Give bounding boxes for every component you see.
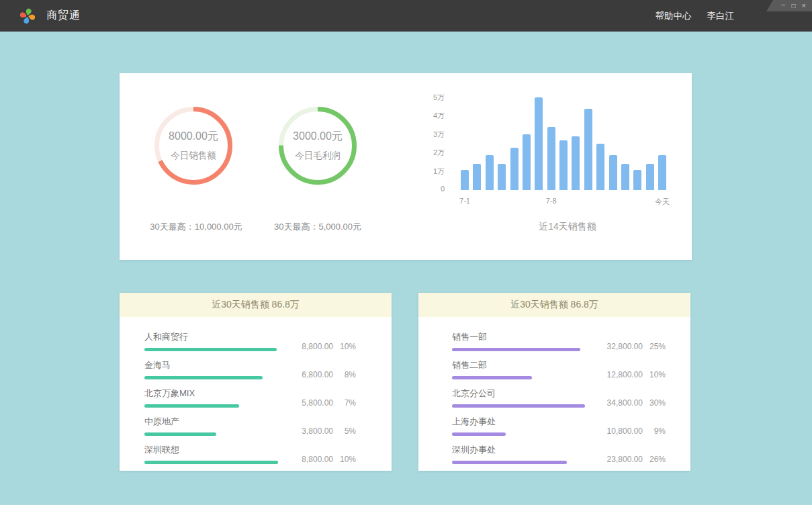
chart-bar [486,155,494,190]
rank-row-label: 销售一部 [452,331,580,343]
rank-row-percent: 25% [643,342,666,351]
chart-bar [498,164,506,190]
overview-card: 8000.00元 今日销售额 30天最高：10,000.00元 3000.00元… [120,73,692,260]
rank-row-bar [144,461,278,464]
rank-row: 深圳联想8,800.0010% [144,444,356,464]
rank-row-bar [452,348,580,351]
today-sales-label: 今日销售额 [171,150,216,162]
pinwheel-logo-icon [19,7,36,25]
chart-caption: 近14天销售额 [467,221,668,233]
rank-row: 金海马6,800.008% [144,359,356,379]
department-sales-rank-card: 近30天销售额 86.8万 销售一部32,800.0025%销售二部12,800… [418,293,690,471]
rank-row-percent: 26% [643,455,666,464]
x-tick-label: 今天 [647,197,677,207]
title-bar: 商贸通 帮助中心 李白江 − □ × [0,0,812,32]
chart-bar [461,170,469,190]
chart-bar [547,127,555,190]
rank-row-label: 深圳联想 [144,444,278,456]
rank-card-title: 近30天销售额 86.8万 [120,293,392,317]
rank-row-amount: 32,800.00 [589,342,643,351]
rank-row-amount: 34,800.00 [589,398,643,408]
y-tick-label: 1万 [423,167,445,177]
top-nav: 帮助中心 李白江 [656,0,735,32]
window-controls: − □ × [766,0,812,11]
rank-row-bar [144,376,263,379]
rank-row: 北京万象MIX5,800.007% [144,387,356,408]
rank-row-bar [144,404,239,408]
rank-row-amount: 8,800.00 [279,342,333,351]
sales-30day-max: 30天最高：10,000.00元 [128,221,265,233]
close-icon[interactable]: × [802,2,806,9]
rank-row: 中原地产3,800.005% [144,416,356,436]
chart-bar [621,164,629,190]
today-sales-value: 8000.00元 [169,130,218,144]
rank-row-label: 北京分公司 [452,387,585,400]
rank-row-bar [452,376,532,379]
rank-row-bar [452,461,567,464]
chart-bar [572,136,580,190]
rank-row: 人和商贸行8,800.0010% [144,331,356,351]
rank-row-amount: 8,800.00 [279,455,333,464]
rank-row-percent: 10% [333,342,356,351]
user-menu[interactable]: 李白江 [707,10,735,22]
rank-row-label: 销售二部 [452,359,532,371]
rank-row-bar [144,348,277,351]
today-sales-donut: 8000.00元 今日销售额 [154,107,232,185]
y-tick-label: 3万 [423,130,445,140]
chart-bar [510,148,518,190]
rank-row-percent: 10% [333,455,356,464]
rank-row-amount: 12,800.00 [589,370,643,379]
rank-row-amount: 5,800.00 [279,398,333,408]
x-tick-label: 7-8 [537,197,566,205]
chart-bar [535,97,543,190]
rank-row-percent: 8% [333,370,356,379]
rank-card-rows: 人和商贸行8,800.0010%金海马6,800.008%北京万象MIX5,80… [120,317,392,464]
rank-row-bar [452,404,585,408]
x-tick-label: 7-1 [450,197,480,205]
profit-30day-max: 30天最高：5,000.00元 [251,221,385,233]
rank-row-label: 深圳办事处 [452,444,567,456]
y-tick-label: 2万 [423,148,445,158]
app-title: 商贸通 [46,9,81,23]
help-center-link[interactable]: 帮助中心 [656,10,692,22]
chart-bar [523,134,531,190]
chart-bar [596,144,604,190]
rank-card-title: 近30天销售额 86.8万 [418,293,690,317]
rank-row-label: 中原地产 [144,416,216,428]
rank-row-bar [452,432,506,436]
today-profit-label: 今日毛利润 [295,150,341,162]
rank-row-percent: 7% [333,398,356,408]
chart-bar [646,164,654,190]
today-profit-value: 3000.00元 [293,130,343,144]
rank-row-label: 北京万象MIX [144,387,239,400]
rank-row-bar [144,432,216,436]
chart-bar [584,109,592,190]
rank-row-amount: 23,800.00 [589,455,643,464]
rank-row-amount: 3,800.00 [279,426,333,436]
rank-row: 销售一部32,800.0025% [452,331,666,351]
sales-14day-bar-chart: 5万4万3万2万1万0 7-17-8今天 [423,89,673,224]
rank-row: 上海办事处10,800.009% [452,416,666,436]
chart-bar [633,170,641,190]
rank-row-percent: 30% [643,398,666,408]
maximize-icon[interactable]: □ [792,2,796,9]
rank-row: 深圳办事处23,800.0026% [452,444,666,464]
chart-bar [658,155,666,190]
rank-row-label: 上海办事处 [452,416,506,428]
y-tick-label: 4万 [423,111,445,121]
rank-row: 销售二部12,800.0010% [452,359,666,379]
chart-bar [559,140,568,190]
today-profit-donut: 3000.00元 今日毛利润 [279,107,357,185]
y-tick-label: 0 [423,185,445,193]
customer-sales-rank-card: 近30天销售额 86.8万 人和商贸行8,800.0010%金海马6,800.0… [120,293,392,471]
rank-row-percent: 10% [643,370,666,379]
rank-card-rows: 销售一部32,800.0025%销售二部12,800.0010%北京分公司34,… [418,317,690,464]
chart-bar [609,155,617,190]
rank-row-label: 人和商贸行 [144,331,277,343]
rank-row-amount: 10,800.00 [589,426,643,436]
rank-row-percent: 9% [643,426,666,436]
y-tick-label: 5万 [423,93,445,103]
rank-row-label: 金海马 [144,359,263,371]
minimize-icon[interactable]: − [781,1,785,9]
rank-row: 北京分公司34,800.0030% [452,387,666,408]
